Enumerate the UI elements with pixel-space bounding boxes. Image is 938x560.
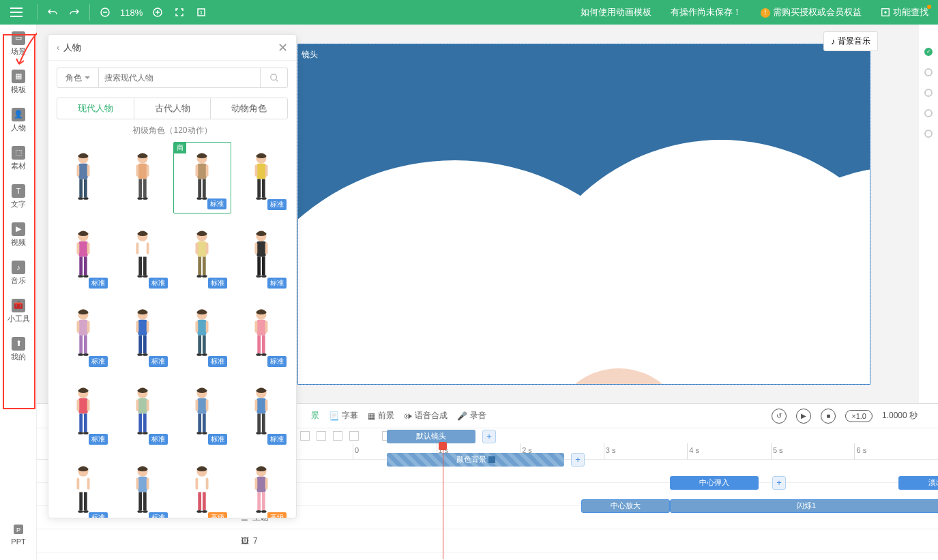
svg-rect-66 <box>203 257 206 276</box>
playhead[interactable] <box>443 443 443 559</box>
character-card[interactable]: 标准 <box>233 220 291 292</box>
help-link[interactable]: 如何使用动画模板 <box>571 6 661 18</box>
clip-blink[interactable]: 闪烁1 <box>670 499 938 513</box>
sidebar-item-7[interactable]: 🧰小工具 <box>0 292 37 330</box>
svg-rect-90 <box>143 336 147 354</box>
character-card[interactable]: 标准 <box>113 377 171 448</box>
tab-animal[interactable]: 动物角色 <box>211 98 287 119</box>
svg-rect-134 <box>257 398 266 414</box>
sidebar-icon: 🧰 <box>12 299 25 312</box>
svg-point-68 <box>202 275 207 278</box>
character-figure <box>248 463 274 518</box>
tl-foreground-button[interactable]: ▦ 前景 <box>368 410 394 422</box>
svg-point-147 <box>78 510 83 513</box>
menu-button[interactable] <box>0 0 33 25</box>
clip-in[interactable]: 中心弹入 <box>670 476 759 490</box>
sidebar-item-5[interactable]: ▶视频 <box>0 216 37 254</box>
character-card[interactable]: 标准 <box>54 299 112 370</box>
svg-rect-129 <box>198 413 201 432</box>
indicator-dot[interactable] <box>924 130 933 138</box>
character-card[interactable]: 标准 <box>54 220 112 292</box>
character-card[interactable]: 标准 <box>233 299 291 370</box>
search-button[interactable] <box>261 68 288 88</box>
indicator-dot[interactable] <box>924 68 933 76</box>
sidebar-item-1[interactable]: ▦模板 <box>0 63 37 101</box>
add-clip-button[interactable]: + <box>571 453 585 467</box>
character-card[interactable]: 标准 <box>173 377 231 448</box>
character-card[interactable] <box>54 142 112 213</box>
rewind-button[interactable]: ↺ <box>772 409 787 424</box>
character-card[interactable]: 标准 <box>233 142 291 213</box>
back-button[interactable]: ‹ <box>57 42 59 53</box>
undo-button[interactable] <box>42 0 63 25</box>
sidebar-icon: ⬆ <box>12 337 25 351</box>
tl-mini-icon[interactable] <box>317 431 326 441</box>
tl-tts-button[interactable]: 🕪 语音合成 <box>404 410 448 422</box>
add-clip-button[interactable]: + <box>482 430 496 443</box>
character-card[interactable] <box>113 142 171 213</box>
character-card[interactable]: 标准 <box>113 299 171 370</box>
character-card[interactable]: 标准 <box>54 377 112 448</box>
character-card[interactable]: 标准 <box>113 455 171 518</box>
tl-subtitle-button[interactable]: 📃 字幕 <box>329 410 358 422</box>
svg-rect-126 <box>197 398 206 414</box>
tl-record-button[interactable]: 🎤 录音 <box>457 410 486 422</box>
find-feature-button[interactable]: 功能查找 <box>871 6 938 18</box>
indicator-dot[interactable] <box>924 89 933 97</box>
fullscreen-button[interactable] <box>168 0 190 25</box>
check-indicator[interactable] <box>924 48 933 56</box>
clip-shot[interactable]: 默认镜头 <box>387 430 475 443</box>
locate-icon <box>881 8 890 17</box>
svg-rect-160 <box>206 477 209 489</box>
sidebar-item-4[interactable]: T文字 <box>0 177 37 216</box>
character-card[interactable]: 标准 <box>113 220 171 292</box>
clip-out[interactable]: 淡出 <box>898 476 938 490</box>
character-card[interactable]: 标准 <box>54 455 112 518</box>
current-time: 1.0000 秒 <box>882 410 931 422</box>
tier-badge: 标准 <box>149 356 168 367</box>
tier-badge: 标准 <box>89 512 108 518</box>
search-input[interactable] <box>99 68 261 88</box>
redo-button[interactable] <box>63 0 85 25</box>
svg-rect-39 <box>255 164 258 176</box>
svg-rect-47 <box>76 243 79 254</box>
svg-point-75 <box>257 275 262 278</box>
svg-rect-71 <box>255 243 258 254</box>
sidebar-item-3[interactable]: ⬚素材 <box>0 139 37 177</box>
tab-ancient[interactable]: 古代人物 <box>134 98 211 119</box>
close-button[interactable]: ✕ <box>278 40 288 55</box>
zoom-out-button[interactable] <box>94 0 116 25</box>
add-clip-button[interactable]: + <box>772 476 786 490</box>
character-card[interactable]: 标准 <box>173 220 231 292</box>
svg-rect-102 <box>257 320 266 336</box>
tl-mini-icon[interactable] <box>333 431 342 441</box>
tl-mini-icon[interactable] <box>300 431 310 441</box>
svg-rect-58 <box>143 257 147 276</box>
character-card[interactable]: 标准 <box>233 377 291 448</box>
sidebar-item-8[interactable]: ⬆我的 <box>0 330 37 368</box>
fit-button[interactable]: 1 <box>190 0 212 25</box>
character-figure <box>248 150 274 206</box>
stop-button[interactable]: ■ <box>821 409 836 424</box>
tab-modern[interactable]: 现代人物 <box>57 98 134 119</box>
play-button[interactable]: ▶ <box>796 409 811 424</box>
purchase-link[interactable]: !需购买授权或会员权益 <box>751 6 871 18</box>
bgm-button[interactable]: ♪ 背景音乐 <box>823 31 878 51</box>
sidebar-item-2[interactable]: 👤人物 <box>0 101 37 139</box>
tl-shot-button[interactable]: 景 <box>311 410 319 422</box>
search-category-dropdown[interactable]: 角色 <box>57 68 99 88</box>
sidebar-item-0[interactable]: ▭场景 <box>0 25 37 63</box>
character-card[interactable]: 高级 <box>233 455 291 518</box>
canvas[interactable] <box>297 44 870 385</box>
indicator-dot[interactable] <box>924 109 933 117</box>
sidebar-item-6[interactable]: ♪音乐 <box>0 254 37 292</box>
character-card[interactable]: 高级 <box>173 455 231 518</box>
speed-button[interactable]: ×1.0 <box>845 410 873 422</box>
character-card[interactable]: 标准 <box>173 299 231 370</box>
character-card[interactable]: 商标准 <box>173 142 231 213</box>
sidebar-item-ppt[interactable]: P PPT <box>0 515 37 553</box>
clip-zoom[interactable]: 中心放大 <box>581 499 670 513</box>
zoom-in-button[interactable] <box>147 0 168 25</box>
clip-bg[interactable]: 颜色背景 <box>387 453 564 467</box>
svg-rect-159 <box>196 477 199 489</box>
